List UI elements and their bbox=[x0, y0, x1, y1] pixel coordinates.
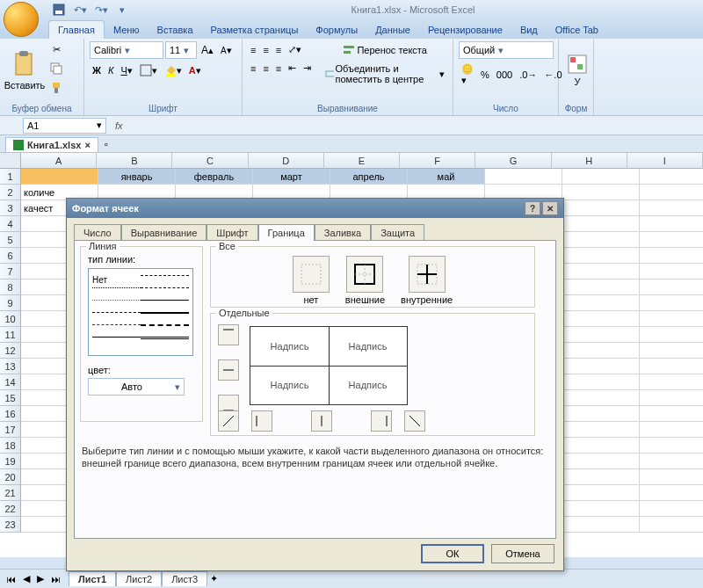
border-button[interactable]: ▾ bbox=[137, 62, 160, 79]
tab-home[interactable]: Главная bbox=[48, 20, 105, 39]
cell[interactable] bbox=[562, 232, 640, 248]
row-headers[interactable]: 1234567891011121314151617181920212223 bbox=[0, 169, 21, 533]
cell[interactable] bbox=[562, 279, 640, 295]
prev-sheet-button[interactable]: ◀ bbox=[20, 570, 33, 587]
border-left-button[interactable] bbox=[251, 410, 272, 432]
row-1[interactable]: январь февраль март апрель май bbox=[21, 169, 703, 185]
line-style-none[interactable]: Нет bbox=[92, 275, 141, 282]
cell[interactable] bbox=[562, 438, 640, 454]
redo-icon[interactable]: ↷▾ bbox=[93, 2, 109, 18]
column-headers[interactable]: ABCDEFGHI bbox=[21, 153, 703, 169]
preset-outline-button[interactable] bbox=[346, 256, 383, 293]
dlg-tab-fill[interactable]: Заливка bbox=[315, 224, 371, 241]
next-sheet-button[interactable]: ▶ bbox=[34, 570, 47, 587]
tab-data[interactable]: Данные bbox=[366, 21, 419, 39]
indent-dec-button[interactable]: ⇤ bbox=[286, 60, 299, 76]
cell[interactable] bbox=[562, 454, 640, 469]
row-header[interactable]: 7 bbox=[0, 264, 21, 279]
border-right-button[interactable] bbox=[371, 410, 392, 432]
row-header[interactable]: 1 bbox=[0, 169, 21, 185]
cell[interactable] bbox=[640, 169, 703, 185]
italic-button[interactable]: К bbox=[105, 62, 116, 78]
col-header[interactable]: I bbox=[627, 153, 703, 169]
dlg-tab-font[interactable]: Шрифт bbox=[207, 224, 257, 241]
cell[interactable] bbox=[640, 422, 703, 438]
first-sheet-button[interactable]: ⏮ bbox=[4, 570, 18, 587]
cell[interactable] bbox=[562, 390, 640, 406]
undo-icon[interactable]: ↶▾ bbox=[72, 2, 88, 18]
col-header[interactable]: H bbox=[552, 153, 627, 169]
line-style[interactable] bbox=[92, 337, 141, 344]
save-icon[interactable] bbox=[51, 2, 67, 18]
inc-decimal-button[interactable]: .0→ bbox=[517, 67, 540, 83]
indent-inc-button[interactable]: ⇥ bbox=[301, 60, 314, 76]
col-header[interactable]: G bbox=[475, 153, 551, 169]
row-header[interactable]: 22 bbox=[0, 501, 21, 517]
tab-office-tab[interactable]: Office Tab bbox=[547, 21, 607, 39]
cell[interactable] bbox=[640, 390, 703, 406]
row-header[interactable]: 12 bbox=[0, 343, 21, 359]
border-top-button[interactable] bbox=[218, 324, 239, 345]
cell-e1[interactable]: апрель bbox=[330, 169, 408, 185]
row-header[interactable]: 18 bbox=[0, 438, 21, 454]
row-header[interactable]: 15 bbox=[0, 390, 21, 406]
last-sheet-button[interactable]: ⏭ bbox=[48, 570, 63, 587]
wrap-text-button[interactable]: Перенос текста bbox=[323, 41, 447, 59]
cell[interactable] bbox=[640, 374, 703, 390]
line-color-combo[interactable]: Авто▾ bbox=[88, 378, 185, 396]
cell[interactable] bbox=[640, 200, 703, 216]
paste-button[interactable]: Вставить bbox=[5, 41, 44, 99]
cell[interactable] bbox=[640, 438, 703, 454]
col-header[interactable]: B bbox=[97, 153, 172, 169]
cell[interactable] bbox=[562, 501, 640, 517]
sheet-tab-3[interactable]: Лист3 bbox=[162, 571, 207, 586]
row-header[interactable]: 16 bbox=[0, 406, 21, 422]
merge-center-button[interactable]: Объединить и поместить в центре▾ bbox=[323, 61, 447, 87]
conditional-format-button[interactable]: У bbox=[564, 41, 591, 99]
cell-f1[interactable]: май bbox=[408, 169, 485, 185]
align-top-button[interactable]: ≡ bbox=[248, 42, 258, 58]
line-style[interactable] bbox=[92, 300, 141, 307]
help-button[interactable]: ? bbox=[525, 201, 540, 215]
dlg-tab-border[interactable]: Граница bbox=[258, 224, 315, 241]
cell[interactable] bbox=[562, 327, 640, 343]
row-header[interactable]: 10 bbox=[0, 311, 21, 327]
tab-insert[interactable]: Вставка bbox=[149, 21, 202, 39]
tab-review[interactable]: Рецензирование bbox=[419, 21, 511, 39]
line-style[interactable] bbox=[141, 337, 189, 344]
copy-button[interactable] bbox=[47, 60, 65, 77]
align-bottom-button[interactable]: ≡ bbox=[273, 42, 284, 58]
cell[interactable] bbox=[640, 454, 703, 469]
col-header[interactable]: F bbox=[400, 153, 475, 169]
cell[interactable] bbox=[640, 359, 703, 374]
cell[interactable] bbox=[562, 359, 640, 374]
fill-color-button[interactable]: ▾ bbox=[162, 62, 185, 79]
cell[interactable] bbox=[562, 517, 640, 533]
fx-icon[interactable]: fx bbox=[115, 120, 123, 131]
row-header[interactable]: 19 bbox=[0, 454, 21, 469]
currency-button[interactable]: 🪙▾ bbox=[459, 61, 476, 89]
underline-button[interactable]: Ч▾ bbox=[118, 62, 134, 79]
cell-c1[interactable]: февраль bbox=[176, 169, 253, 185]
line-style-list[interactable]: Нет bbox=[88, 268, 193, 356]
line-style[interactable] bbox=[141, 287, 189, 294]
tab-page-layout[interactable]: Разметка страницы bbox=[202, 21, 308, 39]
percent-button[interactable]: % bbox=[478, 67, 492, 83]
preset-inside-button[interactable] bbox=[409, 256, 446, 293]
row-header[interactable]: 23 bbox=[0, 517, 21, 533]
row-header[interactable]: 14 bbox=[0, 374, 21, 390]
border-vert-button[interactable] bbox=[311, 410, 332, 432]
cell[interactable] bbox=[640, 216, 703, 232]
row-header[interactable]: 20 bbox=[0, 469, 21, 485]
close-icon[interactable]: × bbox=[84, 140, 90, 150]
row-header[interactable]: 3 bbox=[0, 200, 21, 216]
cell[interactable] bbox=[562, 216, 640, 232]
border-horiz-button[interactable] bbox=[218, 359, 239, 381]
cell[interactable] bbox=[640, 485, 703, 501]
preset-none-button[interactable] bbox=[293, 256, 330, 293]
ok-button[interactable]: ОК bbox=[421, 544, 484, 563]
cut-button[interactable]: ✂ bbox=[47, 41, 65, 58]
cell-d1[interactable]: март bbox=[253, 169, 330, 185]
grow-font-button[interactable]: A▴ bbox=[199, 41, 216, 59]
cell[interactable] bbox=[485, 169, 562, 185]
